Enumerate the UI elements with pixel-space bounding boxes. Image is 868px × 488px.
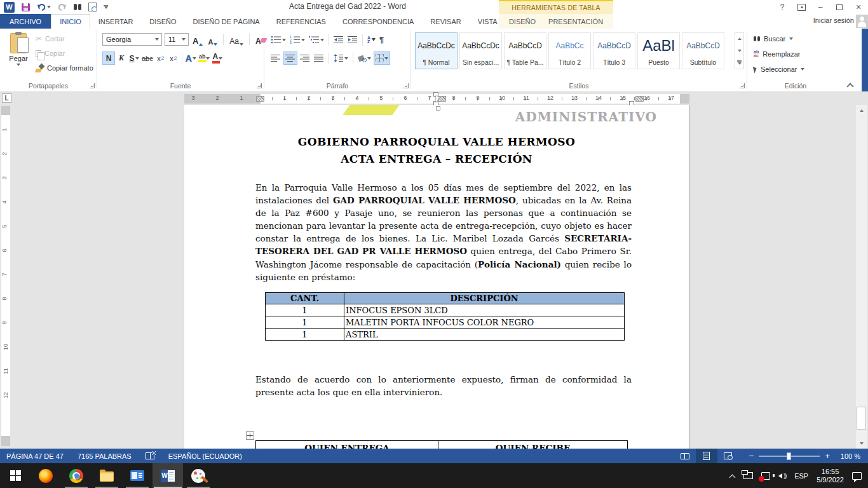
tab-correspondencia[interactable]: CORRESPONDENCIA bbox=[334, 14, 422, 29]
zoom-out-button[interactable]: − bbox=[749, 451, 754, 461]
bullets-button[interactable] bbox=[269, 33, 287, 46]
network-icon[interactable] bbox=[743, 472, 753, 479]
sort-button[interactable]: AZ bbox=[366, 33, 377, 46]
font-color-button[interactable]: A bbox=[211, 51, 224, 65]
redo-icon[interactable] bbox=[58, 3, 67, 11]
tab-revisar[interactable]: REVISAR bbox=[422, 14, 469, 29]
grow-font-button[interactable]: A bbox=[191, 33, 204, 46]
horizontal-ruler[interactable]: 3211234567891011121314151617 bbox=[184, 94, 689, 104]
select-button[interactable]: Seleccionar bbox=[754, 64, 804, 74]
table-column-marker[interactable] bbox=[635, 96, 644, 102]
style--table-pa-[interactable]: AaBbCcD¶ Table Pa... bbox=[504, 32, 546, 69]
tab-referencias[interactable]: REFERENCIAS bbox=[268, 14, 334, 29]
style--normal[interactable]: AaBbCcDc¶ Normal bbox=[415, 32, 458, 69]
tab-inicio[interactable]: INICIO bbox=[51, 14, 90, 29]
numbering-button[interactable]: 123 bbox=[288, 33, 306, 46]
paragraph-dialog-launcher[interactable] bbox=[403, 83, 409, 88]
volume-icon[interactable]: )) bbox=[778, 473, 786, 479]
change-case-button[interactable]: Aa bbox=[228, 33, 245, 46]
save-icon[interactable] bbox=[22, 3, 30, 11]
signature-table[interactable]: QUIEN ENTREGA QUIEN RECIBE bbox=[255, 440, 628, 449]
items-table[interactable]: CANT.DESCRIPCIÓN1INFOCUS EPSON 3LCD1MALE… bbox=[265, 292, 625, 341]
cell-description[interactable]: INFOCUS EPSON 3LCD bbox=[344, 304, 625, 316]
find-button[interactable]: Buscar bbox=[754, 34, 793, 44]
scroll-down-arrow[interactable] bbox=[856, 438, 867, 449]
style-subt-tulo[interactable]: AaBbCcDSubtítulo bbox=[682, 32, 724, 69]
italic-button[interactable]: K bbox=[115, 51, 128, 65]
action-center-icon[interactable] bbox=[852, 472, 862, 480]
font-dialog-launcher[interactable] bbox=[257, 83, 262, 88]
input-language[interactable]: ESP bbox=[794, 472, 808, 480]
document-page[interactable]: ADMINISTRATIVO GOBIERNO PARROQUIAL VALLE… bbox=[184, 105, 689, 449]
cell-description[interactable]: MALETIN PORTA INFOCUS COLOR NEGRO bbox=[344, 316, 625, 329]
bold-button[interactable]: N bbox=[102, 51, 115, 65]
web-layout-button[interactable] bbox=[717, 449, 739, 463]
user-avatar-icon[interactable] bbox=[856, 15, 868, 28]
cell-quantity[interactable]: 1 bbox=[266, 329, 344, 341]
underline-button[interactable]: S bbox=[128, 51, 140, 65]
style-sin-espaci-[interactable]: AaBbCcDcSin espaci... bbox=[459, 32, 502, 69]
find-icon[interactable] bbox=[74, 4, 81, 10]
security-alert-icon[interactable] bbox=[761, 472, 770, 480]
table-move-handle[interactable] bbox=[246, 431, 254, 440]
zoom-slider-thumb[interactable] bbox=[787, 452, 791, 460]
replace-button[interactable]: abacReemplazar bbox=[754, 49, 800, 59]
tab-insertar[interactable]: INSERTAR bbox=[90, 14, 142, 29]
styles-scroll-down[interactable] bbox=[735, 45, 743, 57]
align-center-button[interactable] bbox=[283, 51, 297, 65]
multilevel-list-button[interactable] bbox=[308, 33, 325, 46]
tab-diseño-de-página[interactable]: DISEÑO DE PÁGINA bbox=[185, 14, 268, 29]
text-effects-button[interactable]: A bbox=[184, 51, 198, 65]
increase-indent-button[interactable] bbox=[346, 33, 359, 46]
start-button[interactable] bbox=[0, 463, 31, 488]
style-t-tulo-2[interactable]: AaBbCcTítulo 2 bbox=[548, 32, 591, 69]
contextual-tab-diseño[interactable]: DISEÑO bbox=[503, 14, 542, 29]
scroll-up-arrow[interactable] bbox=[856, 105, 867, 116]
line-spacing-button[interactable] bbox=[332, 51, 349, 65]
style-t-tulo-3[interactable]: AaBbCcDTítulo 3 bbox=[593, 32, 635, 69]
paste-button[interactable]: Pegar bbox=[4, 32, 33, 80]
taskbar-word[interactable]: W bbox=[153, 463, 183, 488]
object-anchor-handle[interactable] bbox=[436, 106, 440, 111]
taskbar-paint[interactable] bbox=[183, 463, 214, 488]
vertical-scrollbar[interactable] bbox=[856, 105, 867, 449]
cut-button[interactable]: ✂Cortar bbox=[36, 34, 93, 44]
tray-expand-icon[interactable] bbox=[730, 473, 735, 478]
zoom-in-button[interactable]: + bbox=[825, 451, 830, 461]
zoom-slider[interactable] bbox=[759, 456, 820, 457]
highlight-button[interactable]: ab bbox=[198, 51, 212, 65]
clock[interactable]: 16:555/9/2022 bbox=[817, 468, 844, 484]
styles-scroll-up[interactable] bbox=[735, 33, 743, 45]
scrollbar-thumb[interactable] bbox=[857, 407, 866, 430]
shading-button[interactable] bbox=[356, 51, 372, 65]
table-column-marker[interactable] bbox=[256, 96, 264, 102]
body-paragraph[interactable]: En la Parroquia Valle Hermoso a los 05 d… bbox=[255, 181, 632, 283]
align-left-button[interactable] bbox=[269, 51, 282, 65]
copy-button[interactable]: Copiar bbox=[36, 48, 93, 58]
cell-quantity[interactable]: 1 bbox=[266, 316, 344, 329]
shrink-font-button[interactable]: A bbox=[207, 33, 219, 46]
taskbar-firefox[interactable] bbox=[31, 463, 61, 488]
read-mode-button[interactable] bbox=[674, 449, 696, 463]
styles-more-button[interactable] bbox=[735, 57, 743, 69]
font-family-select[interactable]: Georgia bbox=[102, 33, 162, 46]
sign-in-link[interactable]: Iniciar sesión bbox=[813, 17, 854, 24]
superscript-button[interactable]: x2 bbox=[167, 51, 180, 65]
closing-paragraph[interactable]: Estando de acuerdo con lo anteriormente … bbox=[255, 373, 632, 398]
contextual-tab-presentación[interactable]: PRESENTACIÓN bbox=[542, 14, 609, 29]
tab-diseño[interactable]: DISEÑO bbox=[141, 14, 184, 29]
cell-quantity[interactable]: 1 bbox=[266, 304, 344, 316]
style-puesto[interactable]: AaBlPuesto bbox=[637, 32, 680, 69]
undo-button[interactable] bbox=[37, 3, 51, 11]
tab-archivo[interactable]: ARCHIVO bbox=[0, 14, 51, 29]
subscript-button[interactable]: x2 bbox=[154, 51, 167, 65]
styles-dialog-launcher[interactable] bbox=[740, 83, 745, 88]
minimize-button[interactable]: – bbox=[811, 0, 830, 14]
align-right-button[interactable] bbox=[299, 51, 311, 65]
clear-formatting-button[interactable]: A bbox=[254, 33, 262, 46]
close-button[interactable]: × bbox=[849, 0, 868, 14]
decrease-indent-button[interactable] bbox=[332, 33, 345, 46]
zoom-level[interactable]: 100 % bbox=[835, 452, 860, 460]
font-size-select[interactable]: 11 bbox=[165, 33, 189, 46]
word-count[interactable]: 7165 PALABRAS bbox=[78, 452, 132, 460]
